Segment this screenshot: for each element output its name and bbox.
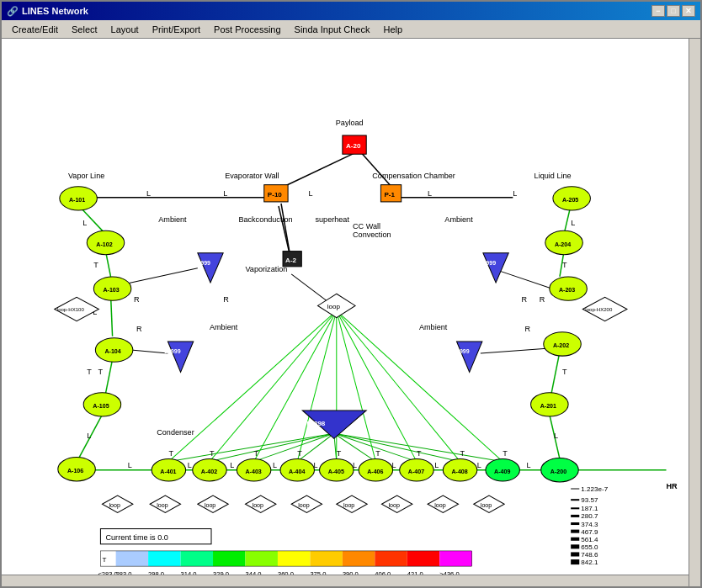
svg-text:1.223e-7: 1.223e-7 xyxy=(581,485,608,493)
svg-text:280.7: 280.7 xyxy=(581,512,598,520)
scrollbar-bottom[interactable] xyxy=(2,575,689,586)
menu-print-export[interactable]: Print/Export xyxy=(146,23,207,36)
menu-help[interactable]: Help xyxy=(376,23,409,36)
minimize-button[interactable]: − xyxy=(651,5,665,17)
svg-text:A-105: A-105 xyxy=(93,403,109,410)
menu-select[interactable]: Select xyxy=(65,23,104,36)
close-button[interactable]: ✕ xyxy=(682,5,695,17)
svg-rect-221 xyxy=(310,551,342,566)
svg-rect-218 xyxy=(213,551,245,566)
svg-text:L: L xyxy=(230,461,234,469)
svg-text:T: T xyxy=(93,261,98,269)
svg-text:L: L xyxy=(146,189,151,198)
svg-text:L: L xyxy=(513,189,517,198)
svg-text:655.0: 655.0 xyxy=(581,543,598,551)
svg-text:A-106: A-106 xyxy=(67,468,83,474)
maximize-button[interactable]: □ xyxy=(667,5,680,17)
svg-text:A-401: A-401 xyxy=(160,469,176,475)
svg-text:P-10: P-10 xyxy=(268,191,283,199)
menu-layout[interactable]: Layout xyxy=(104,23,146,36)
svg-text:A-201: A-201 xyxy=(540,403,556,410)
svg-text:A-101: A-101 xyxy=(69,197,85,204)
svg-text:B-999: B-999 xyxy=(453,348,469,355)
svg-text:loop: loop xyxy=(389,502,400,509)
app-icon: 🔗 xyxy=(7,6,19,17)
svg-text:R: R xyxy=(136,325,142,333)
menu-post-processing[interactable]: Post Processing xyxy=(207,23,287,36)
svg-text:A-203: A-203 xyxy=(559,287,575,294)
svg-text:L: L xyxy=(554,432,558,440)
svg-text:Evaporator Wall: Evaporator Wall xyxy=(225,172,279,180)
svg-text:Liquid Line: Liquid Line xyxy=(534,172,572,180)
svg-text:467.9: 467.9 xyxy=(581,528,598,536)
svg-rect-215 xyxy=(116,551,148,566)
svg-text:A-205: A-205 xyxy=(562,197,578,204)
svg-text:Backconduction: Backconduction xyxy=(238,215,292,224)
canvas-area: L T L T T L L T L T L R R R R R R T T T xyxy=(2,39,700,586)
svg-text:Compensation Chamber: Compensation Chamber xyxy=(372,172,455,180)
menu-sinda-input-check[interactable]: Sinda Input Check xyxy=(288,23,377,36)
svg-text:Ambient: Ambient xyxy=(210,323,238,331)
svg-text:L: L xyxy=(571,219,575,227)
svg-text:L: L xyxy=(87,432,91,440)
scrollbar-right[interactable] xyxy=(689,39,700,586)
svg-text:L: L xyxy=(82,219,87,227)
svg-text:loop: loop xyxy=(253,502,263,509)
svg-rect-223 xyxy=(375,551,407,566)
svg-text:T: T xyxy=(210,449,215,458)
svg-text:CC Wall: CC Wall xyxy=(353,222,380,230)
svg-text:A-104: A-104 xyxy=(104,348,120,355)
svg-text:A-406: A-406 xyxy=(367,469,383,475)
svg-text:A-404: A-404 xyxy=(289,469,305,475)
svg-text:loop: loop xyxy=(434,502,445,509)
svg-text:B-898: B-898 xyxy=(306,420,326,427)
svg-text:T: T xyxy=(460,449,465,458)
svg-text:Ambient: Ambient xyxy=(419,323,448,331)
svg-text:187.1: 187.1 xyxy=(581,505,598,512)
title-bar: 🔗 LINES Network − □ ✕ xyxy=(2,2,700,20)
svg-text:T: T xyxy=(337,449,342,458)
svg-text:A-2: A-2 xyxy=(285,257,297,264)
svg-text:A-408: A-408 xyxy=(451,469,467,475)
svg-text:loop: loop xyxy=(205,502,215,509)
svg-text:A-403: A-403 xyxy=(245,469,261,475)
svg-text:B-999: B-999 xyxy=(164,348,180,355)
svg-text:P-1: P-1 xyxy=(384,191,395,199)
title-bar-text: 🔗 LINES Network xyxy=(7,6,88,17)
svg-text:Convection: Convection xyxy=(353,230,391,239)
svg-text:A-200: A-200 xyxy=(550,469,566,475)
svg-text:R: R xyxy=(134,295,140,304)
svg-text:loop: loop xyxy=(157,502,168,509)
svg-text:B-999: B-999 xyxy=(480,260,496,267)
svg-rect-224 xyxy=(407,551,439,566)
svg-text:Vaporization: Vaporization xyxy=(245,265,287,273)
svg-text:374.3: 374.3 xyxy=(581,521,598,528)
svg-text:T: T xyxy=(98,368,103,376)
svg-text:loop: loop xyxy=(327,303,341,310)
menu-create-edit[interactable]: Create/Edit xyxy=(5,23,65,36)
svg-text:R: R xyxy=(540,295,545,304)
svg-text:loop: loop xyxy=(298,502,309,509)
svg-text:T: T xyxy=(87,368,92,376)
svg-text:superheat: superheat xyxy=(315,215,349,224)
svg-text:T: T xyxy=(102,556,106,564)
svg-text:T: T xyxy=(562,261,567,269)
svg-text:T: T xyxy=(503,449,508,458)
svg-text:L: L xyxy=(223,189,227,198)
svg-rect-219 xyxy=(245,551,277,566)
svg-text:Vapor Line: Vapor Line xyxy=(68,172,104,180)
svg-text:T: T xyxy=(417,449,422,458)
svg-text:L: L xyxy=(428,189,432,198)
svg-text:HR: HR xyxy=(667,482,678,490)
svg-text:A-409: A-409 xyxy=(494,469,510,475)
svg-text:A-407: A-407 xyxy=(408,469,424,475)
svg-text:Payload: Payload xyxy=(336,119,364,127)
menu-bar: Create/Edit Select Layout Print/Export P… xyxy=(2,20,700,39)
svg-text:Ambient: Ambient xyxy=(444,215,473,224)
svg-text:Current time is 0.0: Current time is 0.0 xyxy=(105,533,168,542)
title-bar-controls: − □ ✕ xyxy=(651,5,695,17)
svg-text:T: T xyxy=(168,449,173,458)
svg-text:Ambient: Ambient xyxy=(158,215,187,224)
svg-text:L: L xyxy=(308,189,312,198)
svg-text:A-202: A-202 xyxy=(553,342,569,349)
